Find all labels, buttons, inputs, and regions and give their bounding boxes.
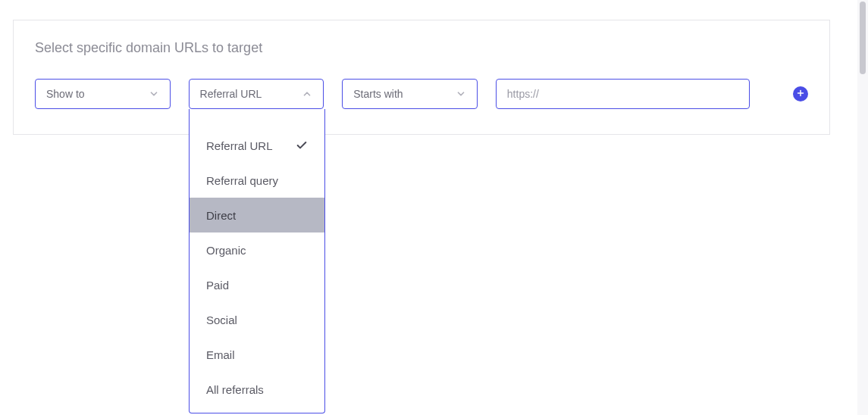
show-to-label: Show to [46,88,85,100]
chevron-down-icon [456,89,466,99]
dropdown-item-label: Email [206,348,235,361]
starts-with-label: Starts with [353,88,403,100]
dropdown-item-organic[interactable]: Organic [190,232,324,267]
check-icon [296,139,308,151]
targeting-row: Show to Referral URL Starts with [35,79,808,109]
plus-icon [796,87,805,101]
dropdown-item-label: All referrals [206,383,264,396]
dropdown-item-referral-url[interactable]: Referral URL [190,128,324,163]
targeting-panel: Select specific domain URLs to target Sh… [13,20,830,135]
dropdown-item-referral-query[interactable]: Referral query [190,163,324,198]
dropdown-item-label: Direct [206,209,236,222]
add-button[interactable] [793,86,808,101]
dropdown-item-label: Organic [206,244,246,257]
dropdown-item-paid[interactable]: Paid [190,267,324,302]
url-input[interactable] [496,79,750,109]
dropdown-item-direct[interactable]: Direct [190,198,324,232]
dropdown-item-label: Referral query [206,174,278,187]
chevron-down-icon [149,89,159,99]
dropdown-item-email[interactable]: Email [190,337,324,372]
scrollbar-thumb[interactable] [860,2,866,74]
referral-url-select[interactable]: Referral URL [189,79,324,109]
dropdown-item-label: Social [206,314,237,326]
starts-with-select[interactable]: Starts with [342,79,478,109]
dropdown-item-label: Referral URL [206,139,273,152]
dropdown-item-all-referrals[interactable]: All referrals [190,372,324,407]
panel-title: Select specific domain URLs to target [35,40,808,56]
referral-url-label: Referral URL [200,88,262,100]
show-to-select[interactable]: Show to [35,79,171,109]
scrollbar-track[interactable] [857,0,868,415]
dropdown-item-label: Paid [206,279,229,292]
referral-url-dropdown: Referral URL Referral query Direct Organ… [189,109,325,413]
chevron-up-icon [302,89,312,99]
dropdown-item-social[interactable]: Social [190,302,324,337]
